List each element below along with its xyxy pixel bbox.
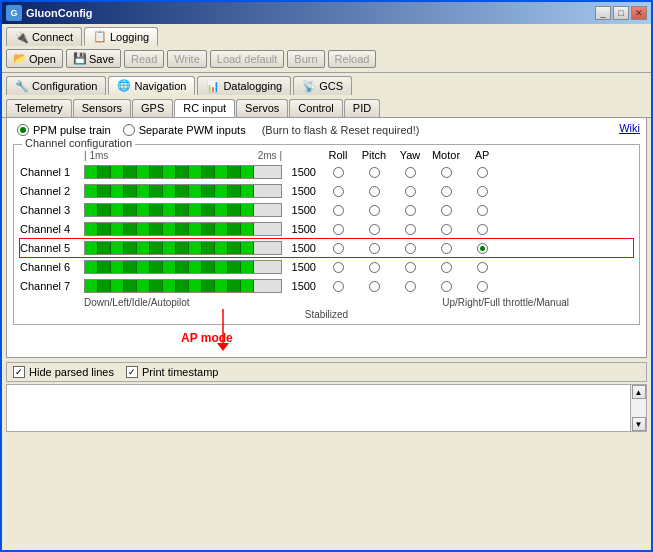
- ppm-option[interactable]: PPM pulse train: [17, 124, 111, 136]
- channel-1-radio-3[interactable]: [441, 167, 452, 178]
- tab-logging[interactable]: 📋 Logging: [84, 27, 158, 46]
- write-button[interactable]: Write: [167, 50, 206, 68]
- channel-1-radio-2[interactable]: [405, 167, 416, 178]
- minimize-button[interactable]: _: [595, 6, 611, 20]
- tab-pid[interactable]: PID: [344, 99, 380, 117]
- print-timestamp-checkbox[interactable]: [126, 366, 138, 378]
- channel-5-radio-3[interactable]: [441, 243, 452, 254]
- tab-control[interactable]: Control: [289, 99, 342, 117]
- close-button[interactable]: ✕: [631, 6, 647, 20]
- nav-tabs: 🔧 Configuration 🌐 Navigation 📊 Dataloggi…: [2, 73, 651, 95]
- channel-4-radio-4[interactable]: [477, 224, 488, 235]
- burn-note: (Burn to flash & Reset required!): [262, 124, 420, 136]
- channel-5-radio-2[interactable]: [405, 243, 416, 254]
- tab-sensors[interactable]: Sensors: [73, 99, 131, 117]
- channel-4-radio-2[interactable]: [405, 224, 416, 235]
- channel-3-radio-1[interactable]: [369, 205, 380, 216]
- hide-parsed-lines-checkbox[interactable]: [13, 366, 25, 378]
- scrollbar-vertical[interactable]: ▲ ▼: [630, 385, 646, 431]
- tab-connect[interactable]: 🔌 Connect: [6, 27, 82, 46]
- hide-parsed-lines-option[interactable]: Hide parsed lines: [13, 366, 114, 378]
- channel-config-group: Channel configuration | 1ms 2ms | Roll P…: [13, 144, 640, 325]
- scroll-up-button[interactable]: ▲: [632, 385, 646, 399]
- channel-header: | 1ms 2ms | Roll Pitch Yaw Motor AP: [20, 149, 633, 161]
- channel-2-radio-0[interactable]: [333, 186, 344, 197]
- save-button[interactable]: 💾 Save: [66, 49, 121, 68]
- separate-pwm-option[interactable]: Separate PWM inputs: [123, 124, 246, 136]
- channel-7-radio-1[interactable]: [369, 281, 380, 292]
- maximize-button[interactable]: □: [613, 6, 629, 20]
- wiki-link[interactable]: Wiki: [619, 122, 640, 134]
- channel-3-radio-2[interactable]: [405, 205, 416, 216]
- read-button[interactable]: Read: [124, 50, 164, 68]
- ch-name-2: Channel 2: [20, 185, 84, 197]
- separate-pwm-radio[interactable]: [123, 124, 135, 136]
- channel-2-radio-1[interactable]: [369, 186, 380, 197]
- datalogging-label: Datalogging: [223, 80, 282, 92]
- channel-3-radio-4[interactable]: [477, 205, 488, 216]
- channel-4-radio-3[interactable]: [441, 224, 452, 235]
- channel-6-radio-0[interactable]: [333, 262, 344, 273]
- channel-4-radio-0[interactable]: [333, 224, 344, 235]
- scroll-down-button[interactable]: ▼: [632, 417, 646, 431]
- tab-rc-input[interactable]: RC input: [174, 99, 235, 117]
- channel-1-radio-1[interactable]: [369, 167, 380, 178]
- channel-3-radio-3[interactable]: [441, 205, 452, 216]
- channel-2-radio-2[interactable]: [405, 186, 416, 197]
- tab-gps[interactable]: GPS: [132, 99, 173, 117]
- channel-7-radio-4[interactable]: [477, 281, 488, 292]
- reload-button[interactable]: Reload: [328, 50, 377, 68]
- channel-6-radio-3[interactable]: [441, 262, 452, 273]
- channel-5-radio-4[interactable]: [477, 243, 488, 254]
- channel-4-radio-1[interactable]: [369, 224, 380, 235]
- channel-7-radio-2[interactable]: [405, 281, 416, 292]
- burn-button[interactable]: Burn: [287, 50, 324, 68]
- channel-1-radio-4[interactable]: [477, 167, 488, 178]
- tab-telemetry[interactable]: Telemetry: [6, 99, 72, 117]
- load-default-button[interactable]: Load default: [210, 50, 285, 68]
- nav-tab-navigation[interactable]: 🌐 Navigation: [108, 76, 195, 95]
- log-area: ▲ ▼: [6, 384, 647, 432]
- channel-2-radio-4[interactable]: [477, 186, 488, 197]
- open-label: Open: [29, 53, 56, 65]
- channel-2-radio-3[interactable]: [441, 186, 452, 197]
- channel-6-radio-4[interactable]: [477, 262, 488, 273]
- open-button[interactable]: 📂 Open: [6, 49, 63, 68]
- nav-tab-gcs[interactable]: 📡 GCS: [293, 76, 352, 95]
- progress-bar-5: [84, 241, 282, 255]
- ch-value-5: 1500: [282, 242, 320, 254]
- footer-right: Up/Right/Full throttle/Manual: [442, 297, 569, 308]
- channel-6-radio-2[interactable]: [405, 262, 416, 273]
- ch-name-5: Channel 5: [20, 242, 84, 254]
- nav-tab-datalogging[interactable]: 📊 Datalogging: [197, 76, 291, 95]
- footer-left: Down/Left/Idle/Autopilot: [84, 297, 190, 308]
- content-tabs: Telemetry Sensors GPS RC input Servos Co…: [2, 95, 651, 118]
- gps-label: GPS: [141, 102, 164, 114]
- pitch-header: Pitch: [356, 149, 392, 161]
- channel-1-radio-0[interactable]: [333, 167, 344, 178]
- ch-value-6: 1500: [282, 261, 320, 273]
- pid-label: PID: [353, 102, 371, 114]
- title-bar-controls: _ □ ✕: [595, 6, 647, 20]
- config-icon: 🔧: [15, 80, 29, 93]
- main-window: G GluonConfig _ □ ✕ 🔌 Connect 📋 Logging …: [0, 0, 653, 552]
- print-timestamp-option[interactable]: Print timestamp: [126, 366, 218, 378]
- motor-header: Motor: [428, 149, 464, 161]
- separate-pwm-label: Separate PWM inputs: [139, 124, 246, 136]
- channel-6-radio-1[interactable]: [369, 262, 380, 273]
- channel-row-4: Channel 41500: [20, 220, 633, 238]
- channel-rows: Channel 11500Channel 21500Channel 31500C…: [20, 163, 633, 295]
- channel-row-5: Channel 51500: [20, 239, 633, 257]
- ppm-radio[interactable]: [17, 124, 29, 136]
- ppm-label: PPM pulse train: [33, 124, 111, 136]
- tab-servos[interactable]: Servos: [236, 99, 288, 117]
- channel-3-radio-0[interactable]: [333, 205, 344, 216]
- channel-5-radio-0[interactable]: [333, 243, 344, 254]
- channel-7-radio-3[interactable]: [441, 281, 452, 292]
- channel-5-radio-1[interactable]: [369, 243, 380, 254]
- nav-tab-configuration[interactable]: 🔧 Configuration: [6, 76, 106, 95]
- ch-value-3: 1500: [282, 204, 320, 216]
- channel-7-radio-0[interactable]: [333, 281, 344, 292]
- channel-row-2: Channel 21500: [20, 182, 633, 200]
- reload-label: Reload: [335, 53, 370, 65]
